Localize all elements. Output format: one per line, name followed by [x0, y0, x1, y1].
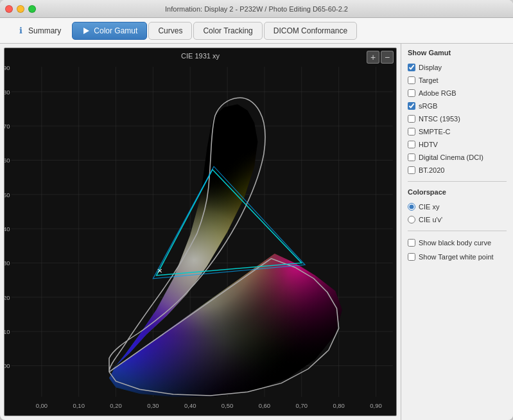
gamut-smpte-row: SMPTE-C — [408, 127, 507, 136]
svg-text:0,50: 0,50 — [4, 192, 10, 198]
zoom-out-button[interactable]: − — [381, 51, 394, 64]
tab-dicom-label: DICOM Conformance — [274, 26, 347, 35]
svg-text:0,30: 0,30 — [147, 403, 159, 410]
svg-text:0,90: 0,90 — [370, 403, 381, 410]
svg-text:×: × — [157, 265, 163, 275]
gamut-bt2020-row: BT.2020 — [408, 166, 507, 175]
target-white-checkbox[interactable] — [408, 253, 415, 261]
gamut-bt2020-checkbox[interactable] — [408, 166, 415, 174]
gamut-ntsc-row: NTSC (1953) — [408, 114, 507, 123]
black-body-row: Show black body curve — [408, 238, 507, 248]
gamut-smpte-checkbox[interactable] — [408, 128, 415, 136]
zoom-in-button[interactable]: + — [367, 51, 379, 64]
gamut-dci-label[interactable]: Digital Cinema (DCI) — [419, 153, 483, 161]
svg-text:0,90: 0,90 — [4, 65, 10, 71]
svg-text:0,60: 0,60 — [4, 158, 10, 164]
tab-curves[interactable]: Curves — [148, 22, 192, 40]
colorspace-xy-label[interactable]: CIE xy — [419, 203, 439, 211]
svg-text:0,00: 0,00 — [36, 403, 48, 410]
svg-text:0,20: 0,20 — [4, 295, 10, 301]
main-window: Information: Display 2 - P232W / Photo E… — [0, 0, 513, 420]
show-gamut-title: Show Gamut — [408, 49, 507, 57]
minimize-button[interactable] — [17, 5, 24, 13]
svg-text:0,00: 0,00 — [4, 363, 10, 370]
gamut-dci-row: Digital Cinema (DCI) — [408, 153, 507, 162]
gamut-display-row: Display — [408, 63, 507, 72]
svg-text:0,70: 0,70 — [4, 123, 10, 130]
cie-chart: 0,00 0,10 0,20 0,30 0,40 0,50 0,60 0,70 … — [4, 48, 396, 416]
gamut-display-label[interactable]: Display — [419, 64, 442, 71]
gamut-target-checkbox[interactable] — [408, 76, 415, 84]
svg-text:0,60: 0,60 — [259, 403, 270, 410]
colorspace-xy-row: CIE xy — [408, 202, 507, 211]
svg-text:0,30: 0,30 — [4, 261, 10, 267]
svg-marker-0 — [83, 28, 89, 34]
tab-summary[interactable]: ℹ Summary — [6, 22, 71, 40]
gamut-dci-checkbox[interactable] — [408, 153, 415, 161]
black-body-label[interactable]: Show black body curve — [419, 239, 491, 247]
tab-color-tracking[interactable]: Color Tracking — [193, 22, 262, 40]
tab-curves-label: Curves — [158, 26, 182, 35]
zoom-controls: + − — [367, 51, 394, 64]
tab-summary-label: Summary — [28, 26, 61, 35]
svg-text:0,70: 0,70 — [296, 403, 308, 410]
svg-text:0,40: 0,40 — [184, 403, 196, 410]
content-area: CIE 1931 xy + − — [0, 44, 513, 420]
svg-text:0,80: 0,80 — [333, 403, 344, 410]
colorspace-uv-label[interactable]: CIE u'v' — [419, 216, 442, 223]
svg-text:0,10: 0,10 — [73, 403, 84, 410]
gamut-hdtv-row: HDTV — [408, 140, 507, 149]
gamut-ntsc-checkbox[interactable] — [408, 115, 415, 123]
close-button[interactable] — [5, 5, 13, 13]
tab-color-tracking-label: Color Tracking — [203, 26, 252, 35]
svg-text:0,40: 0,40 — [4, 226, 10, 232]
maximize-button[interactable] — [28, 5, 36, 13]
gamut-adobe-row: Adobe RGB — [408, 89, 507, 98]
sidebar: Show Gamut Display Target Adobe RGB sRGB… — [401, 44, 513, 420]
gamut-srgb-label[interactable]: sRGB — [419, 102, 437, 110]
colorspace-title: Colorspace — [408, 188, 507, 196]
chart-container: CIE 1931 xy + − — [4, 48, 397, 416]
title-bar: Information: Display 2 - P232W / Photo E… — [0, 0, 513, 18]
chart-area: CIE 1931 xy + − — [0, 44, 401, 420]
gamut-hdtv-label[interactable]: HDTV — [419, 141, 438, 148]
gamut-adobe-label[interactable]: Adobe RGB — [419, 89, 456, 97]
gamut-srgb-row: sRGB — [408, 101, 507, 110]
sidebar-divider-1 — [408, 181, 507, 182]
svg-text:0,50: 0,50 — [222, 403, 233, 410]
tab-color-gamut-label: Color Gamut — [94, 26, 137, 35]
colorspace-uv-row: CIE u'v' — [408, 215, 507, 224]
sidebar-divider-2 — [408, 231, 507, 231]
gamut-display-checkbox[interactable] — [408, 64, 415, 71]
gamut-hdtv-checkbox[interactable] — [408, 141, 415, 148]
svg-text:0,20: 0,20 — [110, 403, 121, 410]
info-icon: ℹ — [16, 26, 25, 35]
target-white-row: Show Target white point — [408, 252, 507, 262]
svg-text:0,80: 0,80 — [4, 89, 10, 96]
svg-text:0,10: 0,10 — [4, 329, 10, 335]
gamut-smpte-label[interactable]: SMPTE-C — [419, 128, 451, 136]
traffic-lights — [5, 5, 36, 13]
gamut-bt2020-label[interactable]: BT.2020 — [419, 166, 444, 174]
colorspace-xy-radio[interactable] — [408, 203, 415, 211]
gamut-target-row: Target — [408, 76, 507, 85]
gamut-target-label[interactable]: Target — [419, 76, 439, 84]
black-body-checkbox[interactable] — [408, 239, 415, 247]
colorspace-uv-radio[interactable] — [408, 216, 415, 223]
tab-dicom[interactable]: DICOM Conformance — [264, 22, 357, 40]
window-title: Information: Display 2 - P232W / Photo E… — [165, 5, 348, 13]
tab-color-gamut[interactable]: Color Gamut — [72, 22, 147, 40]
chart-title: CIE 1931 xy — [181, 52, 220, 60]
play-icon — [82, 26, 91, 35]
gamut-adobe-checkbox[interactable] — [408, 89, 415, 97]
tabs-bar: ℹ Summary Color Gamut Curves Color Track… — [0, 18, 513, 44]
gamut-ntsc-label[interactable]: NTSC (1953) — [419, 115, 460, 123]
target-white-label[interactable]: Show Target white point — [419, 253, 494, 261]
gamut-srgb-checkbox[interactable] — [408, 102, 415, 110]
svg-rect-51 — [12, 67, 393, 400]
